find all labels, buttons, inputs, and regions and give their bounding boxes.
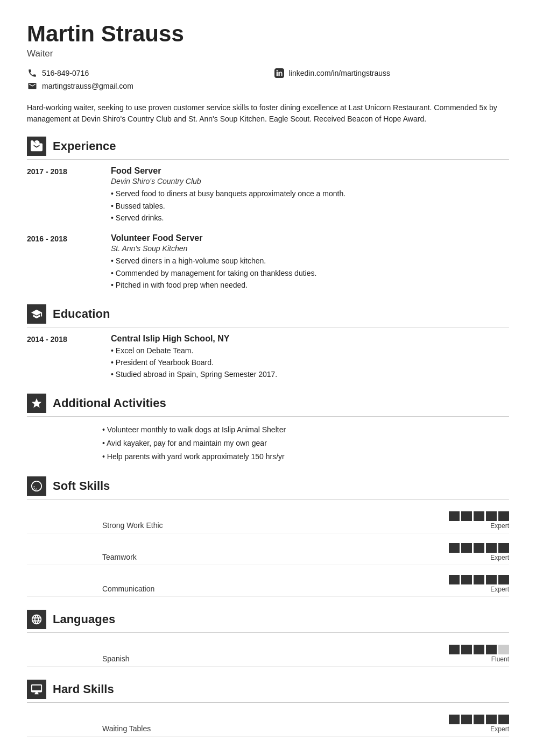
language-bars-1 <box>449 645 509 654</box>
soft-skills-icon <box>27 476 46 496</box>
additional-section: Additional Activities Volunteer monthly … <box>27 394 509 464</box>
hard-skill-level-1: Expert <box>490 725 509 733</box>
skill-level-3: Expert <box>490 586 509 593</box>
languages-section: Languages Spanish Fluent <box>27 610 509 667</box>
contact-section: 516-849-0716 linkedin.com/in/martingstra… <box>27 68 509 91</box>
hard-skill-name-1: Waiting Tables <box>102 724 151 733</box>
linkedin-contact: linkedin.com/in/martingstrauss <box>274 68 509 79</box>
bar <box>486 511 497 521</box>
languages-icon <box>27 610 46 629</box>
skill-level-2: Expert <box>490 554 509 561</box>
education-icon <box>27 304 46 324</box>
experience-jobtitle-2: Volunteer Food Server <box>111 233 509 243</box>
bullet: Volunteer monthly to walk dogs at Islip … <box>102 423 509 437</box>
bar <box>449 511 460 521</box>
experience-content-2: Volunteer Food Server St. Ann's Soup Kit… <box>111 233 509 291</box>
additional-bullets: Volunteer monthly to walk dogs at Islip … <box>27 423 509 464</box>
bullet: Studied abroad in Spain, Spring Semester… <box>111 368 509 380</box>
phone-contact: 516-849-0716 <box>27 68 252 79</box>
summary-text: Hard-working waiter, seeking to use prov… <box>27 102 509 125</box>
phone-value: 516-849-0716 <box>42 69 89 77</box>
hard-skills-header: Hard Skills <box>27 680 509 703</box>
bar <box>486 645 497 654</box>
soft-skill-row-2: Teamwork Expert <box>27 538 509 565</box>
bar-empty <box>498 645 509 654</box>
skill-name-1: Strong Work Ethic <box>102 521 163 530</box>
bullet: Help parents with yard work approximatel… <box>102 450 509 463</box>
education-header: Education <box>27 304 509 327</box>
bullet: Pitched in with food prep when needed. <box>111 279 509 291</box>
experience-content-1: Food Server Devin Shiro's Country Club S… <box>111 166 509 224</box>
additional-title: Additional Activities <box>53 396 166 410</box>
hard-skill-rating-1: Expert <box>449 715 509 733</box>
bar <box>498 511 509 521</box>
soft-skills-header: Soft Skills <box>27 476 509 500</box>
education-bullets-1: Excel on Debate Team. President of Yearb… <box>111 345 509 381</box>
experience-header: Experience <box>27 137 509 160</box>
hard-skills-title: Hard Skills <box>53 682 114 696</box>
experience-date-1: 2017 - 2018 <box>27 166 102 224</box>
experience-bullets-2: Served diners in a high-volume soup kitc… <box>111 255 509 291</box>
resume-name: Martin Strauss <box>27 22 509 46</box>
experience-jobtitle-1: Food Server <box>111 166 509 176</box>
languages-header: Languages <box>27 610 509 633</box>
bar <box>498 575 509 584</box>
bar <box>474 543 484 553</box>
bar <box>461 543 472 553</box>
skill-name-2: Teamwork <box>102 553 137 561</box>
education-section: Education 2014 - 2018 Central Islip High… <box>27 304 509 381</box>
additional-icon <box>27 394 46 413</box>
skill-bars-1 <box>449 511 509 521</box>
bullet: Commended by management for taking on th… <box>111 267 509 279</box>
language-row-1: Spanish Fluent <box>27 639 509 667</box>
bullet: President of Yearbook Board. <box>111 356 509 368</box>
experience-company-1: Devin Shiro's Country Club <box>111 177 509 186</box>
bullet: Bussed tables. <box>111 200 509 212</box>
soft-skills-title: Soft Skills <box>53 479 110 493</box>
additional-header: Additional Activities <box>27 394 509 417</box>
resume-title: Waiter <box>27 48 509 59</box>
bar <box>474 511 484 521</box>
hard-skills-icon <box>27 680 46 699</box>
bullet: Served food to diners at busy banquets a… <box>111 188 509 199</box>
bar <box>461 715 472 724</box>
email-icon <box>27 81 38 91</box>
bar <box>474 715 484 724</box>
bar <box>449 715 460 724</box>
education-school-1: Central Islip High School, NY <box>111 334 509 344</box>
linkedin-value: linkedin.com/in/martingstrauss <box>289 69 390 77</box>
experience-date-2: 2016 - 2018 <box>27 233 102 291</box>
bar <box>461 511 472 521</box>
soft-skill-row-3: Communication Expert <box>27 569 509 597</box>
education-date-1: 2014 - 2018 <box>27 334 102 381</box>
bar <box>461 575 472 584</box>
education-content-1: Central Islip High School, NY Excel on D… <box>111 334 509 381</box>
bar <box>486 715 497 724</box>
experience-title: Experience <box>53 139 116 153</box>
bar <box>449 645 460 654</box>
hard-skill-bars-1 <box>449 715 509 724</box>
languages-title: Languages <box>53 612 115 626</box>
hard-skills-section: Hard Skills Waiting Tables Expert <box>27 680 509 737</box>
language-level-1: Fluent <box>491 655 509 663</box>
soft-skills-section: Soft Skills Strong Work Ethic Expert Tea… <box>27 476 509 597</box>
bar <box>449 543 460 553</box>
experience-entry-1: 2017 - 2018 Food Server Devin Shiro's Co… <box>27 166 509 224</box>
bar <box>498 543 509 553</box>
skill-rating-1: Expert <box>449 511 509 530</box>
phone-icon <box>27 68 38 79</box>
skill-rating-2: Expert <box>449 543 509 561</box>
bar <box>486 575 497 584</box>
language-name-1: Spanish <box>102 654 130 663</box>
email-value: martingstrauss@gmail.com <box>42 82 133 90</box>
experience-bullets-1: Served food to diners at busy banquets a… <box>111 188 509 224</box>
education-title: Education <box>53 307 110 321</box>
skill-bars-3 <box>449 575 509 584</box>
bar <box>474 645 484 654</box>
experience-section: Experience 2017 - 2018 Food Server Devin… <box>27 137 509 291</box>
skill-rating-3: Expert <box>449 575 509 593</box>
bullet: Served diners in a high-volume soup kitc… <box>111 255 509 267</box>
bar <box>486 543 497 553</box>
education-entry-1: 2014 - 2018 Central Islip High School, N… <box>27 334 509 381</box>
bullet: Excel on Debate Team. <box>111 345 509 356</box>
